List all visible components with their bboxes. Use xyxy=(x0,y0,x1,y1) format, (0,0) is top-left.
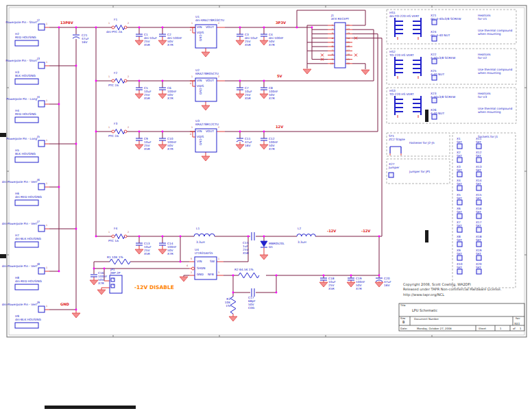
u1-pin-vout: VOUT xyxy=(206,25,214,29)
st1-ref: ST1 ZC2 Staple xyxy=(389,134,405,141)
u4-pin3-num: 3 xyxy=(218,271,219,274)
c20-label: C20 47uF 16V xyxy=(384,277,391,287)
tb-size: B xyxy=(402,320,404,324)
x27-note: Jumper for JP1 xyxy=(409,170,431,173)
u3-pin-vin: VIN xyxy=(197,129,202,133)
c10-label: C10 100nF 50V X7R xyxy=(167,137,176,151)
j5-label: Powerpole Pin - Long xyxy=(6,137,37,140)
u2-header: U2 KRA278R05CTU xyxy=(195,68,219,75)
u3-pin4-num: 4 xyxy=(190,133,191,136)
jp1-pin1: 1 xyxy=(112,277,114,280)
u4-pin1-num: 1 xyxy=(218,258,219,260)
u2-pin-vin: VIN xyxy=(197,79,202,82)
u1-pin-gnd: GND xyxy=(199,34,202,41)
c3-label: C3 dni-10uF 25V X5R xyxy=(245,33,258,47)
j7-pin1: 1 xyxy=(46,224,47,227)
c2-label: C2 dni-100nF 50V X7R xyxy=(167,33,182,47)
c12-label: C12 100nF 50V X7R xyxy=(269,137,278,151)
copyright-text: Copyright 2008, Scott Cowling, WA2DFI Re… xyxy=(403,282,501,297)
h7-housing: H7 dni-BLK HOUSING xyxy=(15,234,41,240)
h2-housing: H2 RED HOUSING xyxy=(15,32,36,39)
net-label-12v: 12V xyxy=(276,125,283,129)
c4-label: C4 dni-100nF 50V X7R xyxy=(269,33,284,47)
tb-sheet-label: Sheet xyxy=(479,327,486,330)
c14-label: C14 100nF 50V X7R xyxy=(167,242,176,256)
socket-x11: X11 SKT xyxy=(476,137,481,144)
c15-label: C15 1uF 25V X5R xyxy=(243,241,249,256)
c8-label: C8 100nF 50V X7R xyxy=(269,86,278,101)
x26-nut: X26 4-40 NUT xyxy=(431,108,444,115)
socket-x7: X7 SKT xyxy=(457,221,462,227)
tb-date-label: Date: xyxy=(400,327,407,330)
j6-ref: J6 xyxy=(37,178,40,182)
socket-x2: X2 SKT xyxy=(457,151,462,158)
u2-pin1-num: 1 xyxy=(191,75,193,78)
net-label-13p8v: 13P8V xyxy=(60,21,73,25)
x22-screw: X22 4-40x3/8 SCREW xyxy=(431,53,455,60)
h3-housing: H3 BLK HOUSING xyxy=(15,71,36,77)
tb-title-label: Title xyxy=(400,304,406,307)
u2-pin-gnd: GND xyxy=(199,88,202,95)
x25-nut: X25 4-40 NUT xyxy=(431,69,444,76)
u3-pin-gnd: GND xyxy=(199,138,202,145)
socket-x16: X16 SKT xyxy=(476,207,481,214)
tb-of-label: of xyxy=(513,327,516,330)
r3-label: R3 10K 1% xyxy=(225,297,230,308)
socket-x14: X14 SKT xyxy=(476,179,481,186)
st1-note: Fastener for J2-J5 xyxy=(409,141,435,145)
socket-x20: X20 SKT xyxy=(476,262,481,269)
u4-pin-vin: VIN xyxy=(197,260,202,263)
socket-x9: X9 SKT xyxy=(457,249,462,256)
l2-value: 3.3uH xyxy=(298,240,306,244)
u4-pin2-num: 2 xyxy=(191,271,192,274)
shdn-inversion-bubble xyxy=(192,267,195,270)
j2-label: Powerpole Pin - Short xyxy=(5,21,37,24)
f4-pin1: 1 xyxy=(108,231,110,234)
tb-title: LPU Schematic xyxy=(412,308,437,312)
h5-housing: H5 BLK HOUSING xyxy=(15,149,36,155)
x24-nut: X24 dni-4-40 NUT xyxy=(431,30,450,37)
socket-x8: X8 SKT xyxy=(457,235,462,242)
socket-x15: X15 SKT xyxy=(476,193,481,200)
u1-pin4-num: 4 xyxy=(190,29,191,32)
u2-pin4-num: 4 xyxy=(190,82,191,85)
socket-x1: X1 SKT xyxy=(457,137,462,144)
f4-value: PTC 1A xyxy=(108,239,119,242)
j5-pin1: 1 xyxy=(46,139,47,142)
net-label-3p3v: 3P3V xyxy=(276,21,286,25)
net-label-n12v-2: -12V xyxy=(361,229,370,233)
h4-housing: H4 RED HOUSING xyxy=(15,109,36,116)
socket-x4: X4 SKT xyxy=(457,179,462,186)
tb-sheet-total: 1 xyxy=(520,327,521,330)
fuse-symbols xyxy=(112,25,127,239)
jp1-header: JP1 JMP 2P xyxy=(110,268,120,275)
c19-label: C19 100nF 50V X7R xyxy=(356,277,365,291)
j7-ref: J7 xyxy=(37,220,40,223)
tb-rev: XA1 xyxy=(514,322,520,325)
u4-pin5-num: 5 xyxy=(191,258,192,260)
hs3-note2: Use thermal compound when mounting xyxy=(478,107,512,114)
j4-label: Powerpole Pin - Long xyxy=(6,97,37,101)
u4-pin-gnd: GND xyxy=(197,273,204,276)
net-label-5v: 5V xyxy=(277,74,282,78)
u4-header: U4 LT1931AES5 xyxy=(195,248,213,255)
h9-housing: H9 dni-BLK HOUSING xyxy=(15,314,41,321)
f2-pin1: 1 xyxy=(108,75,110,78)
hs1-note1: Heatsink for U1 xyxy=(478,14,491,21)
c21-label: C21 47uF 16V xyxy=(82,34,89,44)
l1-value: 3.3uH xyxy=(196,240,205,244)
j3-pin1: 1 xyxy=(46,61,47,64)
j9-pin1: 1 xyxy=(46,305,47,308)
d1-label: MBR0520L D1 xyxy=(269,242,285,249)
j3-label: Powerpole Pin - Short xyxy=(5,59,37,62)
j6-pin1: 1 xyxy=(46,182,47,185)
u3-pin-vout: VOUT xyxy=(206,129,214,133)
x23-screw: X23 4-40x3/8 SCREW xyxy=(431,92,455,99)
hs3-ref: HS3 TO-220 HS VERT xyxy=(389,89,414,96)
c9-label: C9 10uF 25V X5R xyxy=(144,137,152,151)
socket-x12: X12 SKT xyxy=(476,151,481,158)
j8-ref: J8 xyxy=(37,262,40,266)
tb-date: Monday, October 27, 2008 xyxy=(417,327,452,330)
j9-ref: J9 xyxy=(37,301,40,304)
f3-pin2: 2 xyxy=(128,126,129,129)
